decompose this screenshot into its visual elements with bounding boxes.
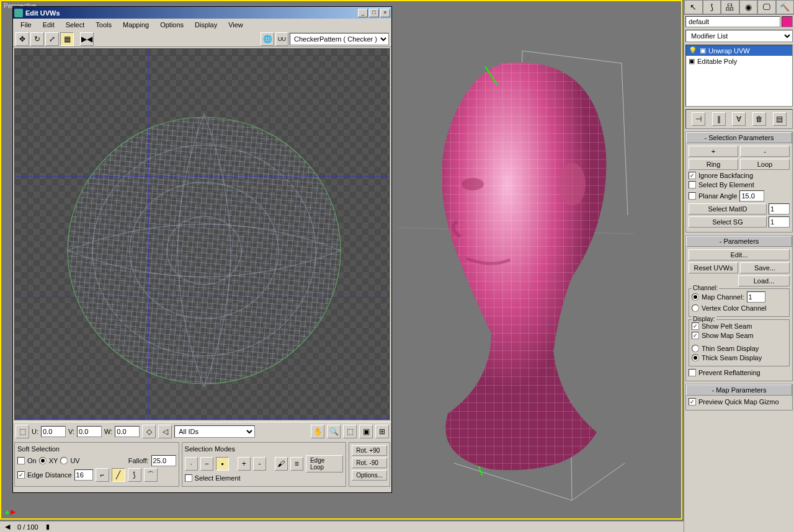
select-sg-button[interactable]: Select SG bbox=[689, 216, 767, 228]
show-end-result-icon[interactable]: ‖ bbox=[712, 112, 726, 126]
zoom-region-icon[interactable]: ⬚ bbox=[343, 425, 357, 438]
options-button[interactable]: Options... bbox=[352, 470, 387, 481]
checker-dropdown[interactable]: CheckerPattern ( Checker ) bbox=[290, 33, 389, 45]
on-checkbox[interactable] bbox=[17, 457, 25, 464]
falloff-input[interactable] bbox=[151, 455, 176, 466]
lock-icon[interactable]: ⬚ bbox=[16, 425, 29, 438]
ring-button[interactable]: Ring bbox=[689, 159, 738, 170]
shrink-icon[interactable]: - bbox=[253, 457, 266, 471]
paint-select-icon[interactable]: 🖌 bbox=[275, 457, 288, 471]
expand-icon[interactable]: ▣ bbox=[700, 47, 706, 55]
snap-icon[interactable]: ⊞ bbox=[375, 425, 389, 438]
rot-minus90-button[interactable]: Rot. -90 bbox=[352, 458, 387, 468]
pin-stack-icon[interactable]: ⊣ bbox=[692, 112, 705, 126]
uv-badge[interactable]: UU bbox=[275, 32, 288, 46]
modifier-list-dropdown[interactable]: Modifier List bbox=[685, 30, 793, 42]
reset-uvws-button[interactable]: Reset UVWs bbox=[689, 262, 738, 273]
id-dropdown[interactable]: All IDs bbox=[174, 425, 255, 438]
menu-options[interactable]: Options bbox=[155, 20, 189, 30]
matid-input[interactable] bbox=[769, 203, 790, 215]
save-button[interactable]: Save... bbox=[740, 262, 790, 273]
thick-seam-radio[interactable] bbox=[692, 354, 699, 361]
falloff-linear-icon[interactable]: ╱ bbox=[112, 468, 125, 482]
remove-modifier-icon[interactable]: 🗑 bbox=[752, 112, 766, 126]
falloff-sharp-icon[interactable]: ⌐ bbox=[96, 468, 109, 482]
ignore-backfacing-checkbox[interactable]: ✓ bbox=[689, 172, 696, 179]
edge-distance-checkbox[interactable]: ✓ bbox=[17, 471, 25, 479]
utilities-tab-icon[interactable]: 🔨 bbox=[776, 0, 795, 14]
menu-file[interactable]: File bbox=[16, 20, 37, 30]
mirror-icon[interactable]: ▶◀ bbox=[80, 32, 94, 46]
shrink-button[interactable]: - bbox=[740, 146, 790, 157]
display-tab-icon[interactable]: 🖵 bbox=[757, 0, 776, 14]
planar-angle-checkbox[interactable] bbox=[689, 192, 696, 200]
show-map-checkbox[interactable]: ✓ bbox=[692, 332, 699, 339]
menu-display[interactable]: Display bbox=[190, 20, 222, 30]
expand-icon[interactable]: ▣ bbox=[689, 57, 695, 65]
xy-radio[interactable] bbox=[39, 457, 47, 464]
motion-tab-icon[interactable]: ◉ bbox=[739, 0, 758, 14]
move-icon[interactable]: ✥ bbox=[16, 32, 29, 46]
modifier-stack[interactable]: 💡 ▣ Unwrap UVW ▣ Editable Poly bbox=[685, 45, 793, 107]
make-unique-icon[interactable]: ∀ bbox=[732, 112, 746, 126]
modifier-item-editable-poly[interactable]: ▣ Editable Poly bbox=[686, 56, 792, 66]
spinner-icon[interactable]: ◇ bbox=[142, 425, 156, 438]
falloff-dome-icon[interactable]: ⌒ bbox=[144, 468, 158, 482]
zoom-extents-icon[interactable]: ▣ bbox=[359, 425, 373, 438]
select-matid-button[interactable]: Select MatID bbox=[689, 203, 767, 215]
rollout-header[interactable]: - Selection Parameters bbox=[686, 132, 792, 143]
sg-input[interactable] bbox=[769, 216, 790, 228]
uv-canvas[interactable] bbox=[14, 48, 390, 420]
planar-angle-input[interactable] bbox=[739, 190, 764, 202]
u-input[interactable] bbox=[41, 426, 66, 437]
rollout-header[interactable]: - Parameters bbox=[686, 236, 792, 247]
vertex-mode-icon[interactable]: · bbox=[185, 457, 198, 471]
face-mode-icon[interactable]: ▪ bbox=[216, 457, 229, 471]
minimize-button[interactable]: _ bbox=[358, 9, 368, 17]
vertex-color-radio[interactable] bbox=[692, 304, 699, 312]
menu-edit[interactable]: Edit bbox=[38, 20, 60, 30]
menu-tools[interactable]: Tools bbox=[91, 20, 117, 30]
menu-mapping[interactable]: Mapping bbox=[118, 20, 154, 30]
v-input[interactable] bbox=[77, 426, 102, 437]
object-name-field[interactable]: default bbox=[685, 16, 780, 27]
w-input[interactable] bbox=[115, 426, 140, 437]
brush-icon[interactable]: ◁ bbox=[158, 425, 172, 438]
map-channel-radio[interactable] bbox=[692, 293, 699, 301]
load-button[interactable]: Load... bbox=[738, 275, 790, 286]
falloff-smooth-icon[interactable]: ⟆ bbox=[128, 468, 141, 482]
pan-icon[interactable]: ✋ bbox=[311, 425, 324, 438]
object-color-swatch[interactable] bbox=[782, 16, 793, 27]
scrollbar-left-icon[interactable]: ◀ bbox=[5, 523, 10, 531]
edge-loop-button[interactable]: Edge Loop bbox=[306, 455, 343, 472]
select-element-checkbox[interactable] bbox=[185, 474, 192, 482]
rotate-icon[interactable]: ↻ bbox=[30, 32, 44, 46]
configure-sets-icon[interactable]: ▤ bbox=[773, 112, 787, 126]
edge-distance-input[interactable] bbox=[74, 469, 93, 481]
select-by-element-checkbox[interactable] bbox=[689, 181, 696, 188]
rot-plus90-button[interactable]: Rot. +90 bbox=[352, 445, 387, 456]
map-channel-input[interactable] bbox=[747, 291, 765, 303]
edit-button[interactable]: Edit... bbox=[689, 249, 790, 260]
freeform-icon[interactable]: ▦ bbox=[60, 32, 74, 46]
create-tab-icon[interactable]: ↖ bbox=[684, 0, 703, 14]
modify-tab-icon[interactable]: ⟆ bbox=[703, 0, 721, 14]
menu-select[interactable]: Select bbox=[61, 20, 90, 30]
zoom-icon[interactable]: 🔍 bbox=[327, 425, 341, 438]
map-icon[interactable]: 🌐 bbox=[261, 32, 274, 46]
thin-seam-radio[interactable] bbox=[692, 345, 699, 352]
menu-view[interactable]: View bbox=[223, 20, 248, 30]
maximize-button[interactable]: □ bbox=[369, 9, 379, 17]
show-pelt-checkbox[interactable]: ✓ bbox=[692, 322, 699, 330]
paint-options-icon[interactable]: ≡ bbox=[290, 457, 303, 471]
scale-icon[interactable]: ⤢ bbox=[45, 32, 59, 46]
timeline-handle[interactable]: ▮ bbox=[46, 523, 50, 531]
uv-radio[interactable] bbox=[60, 457, 68, 464]
modifier-item-unwrap[interactable]: 💡 ▣ Unwrap UVW bbox=[686, 45, 792, 56]
prevent-reflattening-checkbox[interactable] bbox=[689, 369, 696, 376]
grow-icon[interactable]: + bbox=[238, 457, 251, 471]
close-button[interactable]: × bbox=[380, 9, 390, 17]
grow-button[interactable]: + bbox=[689, 146, 738, 157]
preview-gizmo-checkbox[interactable]: ✓ bbox=[689, 398, 696, 406]
hierarchy-tab-icon[interactable]: 品 bbox=[721, 0, 739, 14]
